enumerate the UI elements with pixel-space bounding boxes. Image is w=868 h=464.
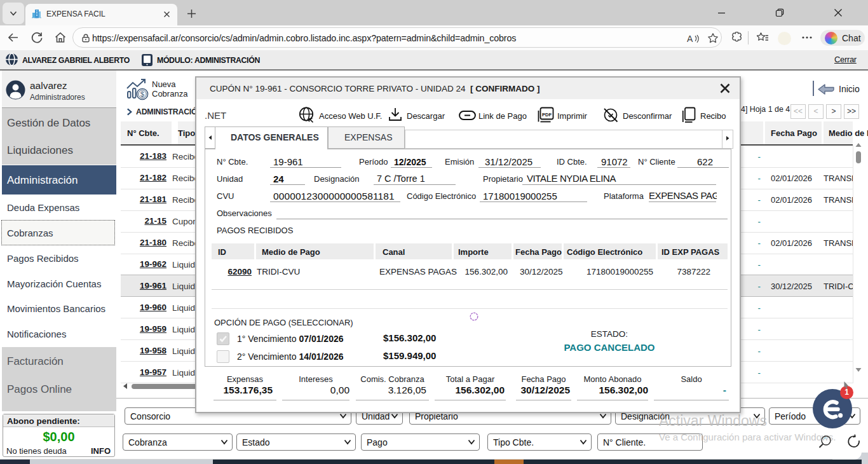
svg-text:A: A bbox=[687, 34, 693, 44]
svg-text:$: $ bbox=[140, 90, 145, 98]
svg-text:PDF: PDF bbox=[542, 112, 552, 118]
